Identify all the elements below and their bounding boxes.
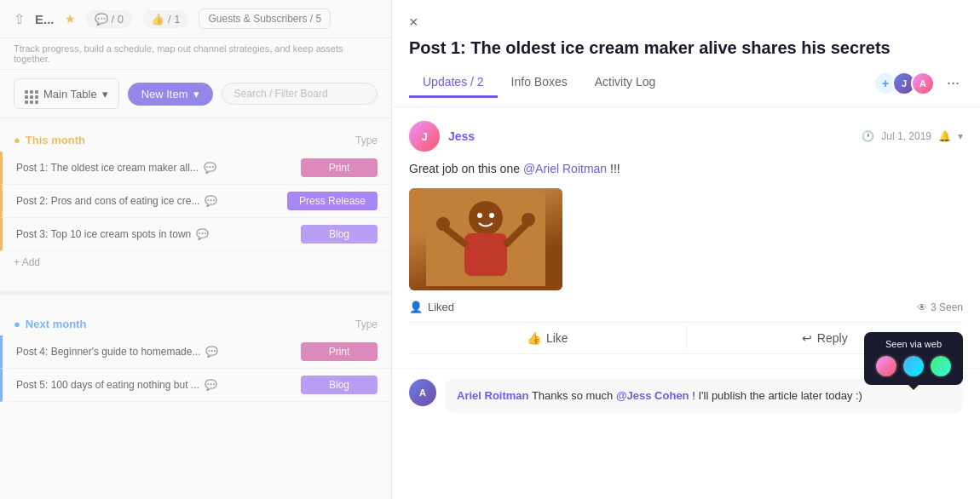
- toolbar: Main Table ▾ New Item ▾ Search / Filter …: [0, 70, 391, 118]
- grid-icon: [25, 83, 38, 104]
- type-badge: Print: [301, 342, 378, 361]
- liked-left: 👤 Liked: [409, 301, 454, 313]
- workspace-subtitle: Ttrack progress, build a schedule, map o…: [0, 38, 391, 70]
- eye-icon: 👁: [917, 301, 927, 313]
- right-panel: × Post 1: The oldest ice cream maker ali…: [392, 0, 980, 499]
- seen-count: 👁 3 Seen: [917, 301, 963, 313]
- svg-point-7: [477, 213, 482, 218]
- chevron-down-icon: ▾: [102, 88, 108, 100]
- this-month-label: ● This month: [14, 134, 85, 146]
- next-month-label: ● Next month: [14, 318, 86, 330]
- circle-icon: ●: [14, 134, 20, 146]
- table-row[interactable]: Post 4: Beginner's guide to homemade... …: [0, 336, 391, 369]
- comment-image: [409, 188, 562, 290]
- comment-date: Jul 1, 2019: [881, 130, 931, 142]
- circle-icon-blue: ●: [14, 318, 20, 330]
- content-area: J Jess 🕐 Jul 1, 2019 🔔 ▾ Great job on th…: [392, 107, 980, 499]
- person-svg: [426, 192, 545, 286]
- search-input[interactable]: Search / Filter Board: [222, 83, 378, 105]
- comment-icon: 💬: [205, 195, 217, 207]
- tooltip-avatar-1: [874, 354, 898, 378]
- avatar: A: [911, 72, 935, 95]
- type-badge: Blog: [301, 376, 378, 394]
- comment-icon: 💬: [205, 346, 218, 358]
- svg-point-5: [436, 217, 450, 231]
- guests-button[interactable]: Guests & Subscribers / 5: [199, 9, 331, 29]
- comment-block: J Jess 🕐 Jul 1, 2019 🔔 ▾ Great job on th…: [392, 107, 980, 369]
- new-item-button[interactable]: New Item ▾: [128, 83, 213, 106]
- liked-icon: 👤: [409, 301, 423, 313]
- commenter-name: Jess: [448, 129, 475, 143]
- tabs-row: Updates / 2 Info Boxes Activity Log + J …: [409, 68, 963, 98]
- next-month-section: ● Next month Type Post 4: Beginner's gui…: [0, 302, 391, 412]
- row-text: Post 4: Beginner's guide to homemade... …: [16, 346, 294, 358]
- type-column-header: Type: [355, 135, 378, 146]
- like-icon-2: 👍: [527, 331, 541, 345]
- main-table-button[interactable]: Main Table ▾: [14, 78, 119, 109]
- like-stat: 👍 / 1: [142, 10, 188, 28]
- table-row[interactable]: Post 2: Pros and cons of eating ice cre.…: [0, 185, 391, 218]
- commenter-avatar: J: [409, 121, 440, 152]
- new-item-label: New Item: [141, 88, 188, 100]
- mention[interactable]: @Ariel Roitman: [523, 162, 607, 175]
- tooltip-avatars: [874, 354, 953, 378]
- workspace-name: E...: [35, 12, 55, 26]
- svg-point-6: [522, 213, 535, 227]
- comment-icon: 💬: [205, 379, 217, 391]
- row-text: Post 2: Pros and cons of eating ice cre.…: [16, 195, 280, 207]
- clock-icon: 🕐: [862, 130, 874, 142]
- avatar-group: + J A: [873, 72, 935, 95]
- like-icon: 👍: [151, 13, 164, 26]
- this-month-header: ● This month Type: [0, 129, 391, 152]
- tab-updates[interactable]: Updates / 2: [409, 68, 498, 98]
- reply-icon: ↩: [802, 331, 812, 345]
- liked-row: 👤 Liked 👁 3 Seen: [409, 301, 963, 313]
- close-button[interactable]: ×: [409, 14, 418, 32]
- tab-activity-log[interactable]: Activity Log: [581, 68, 670, 98]
- row-text: Post 3: Top 10 ice cream spots in town 💬: [16, 228, 294, 240]
- modal-title: Post 1: The oldest ice cream maker alive…: [409, 38, 963, 58]
- reply-avatar: A: [409, 379, 436, 406]
- more-options-button[interactable]: ···: [943, 74, 963, 92]
- table-row[interactable]: Post 5: 100 days of eating nothing but .…: [0, 369, 391, 402]
- comment-meta: 🕐 Jul 1, 2019 🔔 ▾: [862, 130, 963, 142]
- liked-label: Liked: [428, 301, 454, 313]
- comment-icon: 💬: [204, 162, 216, 174]
- type-column-header-2: Type: [355, 318, 378, 330]
- this-month-section: ● This month Type Post 1: The oldest ice…: [0, 118, 391, 284]
- chevron-down-icon-2: ▾: [193, 88, 199, 100]
- share-icon[interactable]: ⇧: [14, 11, 25, 27]
- reply-author: Ariel Roitman: [457, 389, 529, 402]
- section-divider: [0, 290, 391, 295]
- table-row[interactable]: Post 3: Top 10 ice cream spots in town 💬…: [0, 218, 391, 251]
- table-row[interactable]: Post 1: The oldest ice cream maker all..…: [0, 152, 391, 185]
- comment-icon: 💬: [95, 13, 108, 26]
- comment-stat: 💬 / 0: [86, 10, 132, 28]
- svg-point-8: [489, 213, 494, 218]
- next-month-header: ● Next month Type: [0, 313, 391, 336]
- modal-header: × Post 1: The oldest ice cream maker ali…: [392, 0, 980, 107]
- type-badge: Blog: [301, 225, 378, 244]
- tab-info-boxes[interactable]: Info Boxes: [498, 68, 581, 98]
- add-row-button[interactable]: + Add: [0, 251, 391, 273]
- tooltip-label: Seen via web: [885, 339, 942, 349]
- post-image: [409, 188, 562, 290]
- row-text: Post 5: 100 days of eating nothing but .…: [16, 379, 294, 391]
- commenter: J Jess: [409, 121, 475, 152]
- star-icon[interactable]: ★: [65, 12, 76, 26]
- tooltip-avatar-3: [929, 354, 953, 378]
- tooltip-avatar-2: [902, 354, 925, 378]
- row-text: Post 1: The oldest ice cream maker all..…: [16, 162, 294, 174]
- tab-actions: + J A ···: [873, 72, 963, 95]
- comment-text: Great job on this one @Ariel Roitman !!!: [409, 160, 963, 178]
- comment-header: J Jess 🕐 Jul 1, 2019 🔔 ▾: [409, 121, 963, 152]
- type-badge: Print: [301, 158, 378, 177]
- bell-icon[interactable]: 🔔: [938, 130, 951, 142]
- like-button[interactable]: 👍 Like: [409, 323, 686, 353]
- comment-icon: 💬: [196, 228, 209, 240]
- type-badge: Press Release: [287, 192, 378, 210]
- reply-mention: @Jess Cohen: [616, 389, 689, 402]
- left-panel: ⇧ E... ★ 💬 / 0 👍 / 1 Guests & Subscriber…: [0, 0, 392, 499]
- chevron-down-icon-3[interactable]: ▾: [958, 130, 963, 142]
- svg-rect-2: [464, 233, 507, 276]
